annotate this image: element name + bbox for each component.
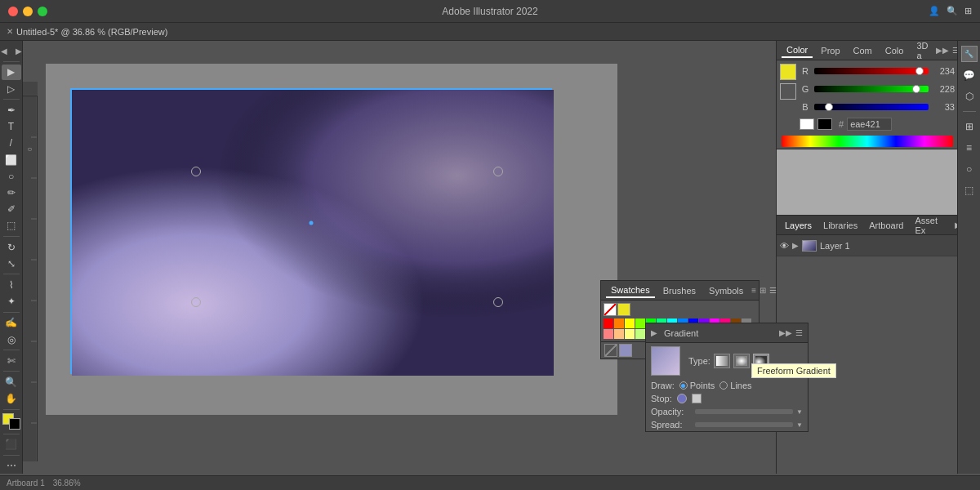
grad-point-3[interactable] xyxy=(191,297,201,307)
black-swatch[interactable] xyxy=(817,118,832,130)
swatch-lightyellow[interactable] xyxy=(625,329,635,339)
grid-icon[interactable]: ⊞ xyxy=(964,6,972,16)
spread-slider[interactable] xyxy=(695,422,793,427)
lines-radio[interactable] xyxy=(719,381,728,390)
swatch-none[interactable] xyxy=(604,303,617,316)
traffic-lights[interactable] xyxy=(8,7,47,16)
stop-opacity-square[interactable] xyxy=(692,394,702,403)
r-slider-track[interactable] xyxy=(814,68,929,74)
swatch-lightlime[interactable] xyxy=(635,329,645,339)
colo-tab[interactable]: Colo xyxy=(880,44,909,57)
b-slider-track[interactable] xyxy=(814,104,929,110)
g-slider-track[interactable] xyxy=(814,86,929,92)
hand-tool[interactable]: ✋ xyxy=(2,390,21,406)
doc-tab-label[interactable]: Untitled-5* @ 36.86 % (RGB/Preview) xyxy=(16,27,167,37)
grad-point-4[interactable] xyxy=(493,297,503,307)
minimize-button[interactable] xyxy=(23,7,33,16)
panel-expand-icon[interactable]: ▶▶ xyxy=(936,46,949,55)
layer-visibility-eye[interactable]: 👁 xyxy=(780,241,789,251)
more-tools-btn[interactable]: ⋯ xyxy=(2,458,21,474)
swatch-current[interactable] xyxy=(617,303,630,316)
grad-point-2[interactable] xyxy=(493,167,503,176)
swatch-add-btn[interactable] xyxy=(604,344,617,357)
rect-tool[interactable]: ⬜ xyxy=(2,152,21,167)
swatch-orange[interactable] xyxy=(614,318,624,328)
gradient-rect[interactable] xyxy=(70,88,552,374)
free-transform-tool[interactable]: ✦ xyxy=(2,294,21,310)
toolbar-toggle[interactable]: ◀ xyxy=(0,44,11,57)
fill-color-box[interactable] xyxy=(780,64,796,80)
points-option[interactable]: Points xyxy=(679,381,715,390)
r-slider-thumb[interactable] xyxy=(915,67,924,75)
white-swatch[interactable] xyxy=(800,118,814,130)
properties-icon[interactable]: 🔧 xyxy=(961,46,978,62)
g-slider-thumb[interactable] xyxy=(912,85,920,93)
b-slider-thumb[interactable] xyxy=(825,103,833,111)
zoom-tool[interactable]: 🔍 xyxy=(2,374,21,390)
scale-tool[interactable]: ⤡ xyxy=(2,256,21,271)
gradient-collapse-icon[interactable]: ▶ xyxy=(651,328,657,337)
opacity-slider[interactable] xyxy=(695,409,793,414)
swatch-pink[interactable] xyxy=(604,329,613,339)
warp-tool[interactable]: ⌇ xyxy=(2,277,21,292)
layer-expand-arrow[interactable]: ▶ xyxy=(792,241,799,250)
select-tool[interactable]: ▶ xyxy=(2,65,21,80)
asset-tab-btn[interactable]: Asset Ex xyxy=(910,214,953,237)
hex-input[interactable] xyxy=(847,118,892,131)
rotate-tool[interactable]: ↻ xyxy=(2,239,21,255)
close-button[interactable] xyxy=(8,7,18,16)
linear-gradient-btn[interactable] xyxy=(714,354,730,368)
spread-dropdown-arrow[interactable]: ▼ xyxy=(796,421,803,429)
line-tool[interactable]: / xyxy=(2,136,21,151)
fill-stroke-indicator[interactable] xyxy=(2,413,20,429)
swatch-gradient-preview[interactable] xyxy=(619,344,632,357)
stroke-color-box[interactable] xyxy=(780,83,796,100)
swatches-tab[interactable]: Swatches xyxy=(606,283,655,298)
toolbar-expand[interactable]: ▶ xyxy=(12,44,25,57)
panel-icon-4[interactable]: ⬚ xyxy=(961,182,978,198)
swatch-peach[interactable] xyxy=(614,329,624,339)
direct-select-tool[interactable]: ▷ xyxy=(2,81,21,96)
cube-icon[interactable]: ⬡ xyxy=(961,88,978,105)
gradient-menu-icon[interactable]: ☰ xyxy=(795,328,803,337)
lines-option[interactable]: Lines xyxy=(719,381,751,390)
type-tool[interactable]: T xyxy=(2,118,21,134)
radial-gradient-btn[interactable] xyxy=(733,354,750,368)
maximize-button[interactable] xyxy=(38,7,47,16)
comment-icon[interactable]: 💬 xyxy=(961,67,978,83)
color-spectrum[interactable] xyxy=(782,136,953,147)
grad-center-point[interactable] xyxy=(310,220,314,225)
com-tab[interactable]: Com xyxy=(849,44,877,57)
panel-icon-3[interactable]: ○ xyxy=(961,161,978,177)
panel-icon-2[interactable]: ≡ xyxy=(961,140,978,156)
pen-tool[interactable]: ✒ xyxy=(2,102,21,118)
panel-icon-1[interactable]: ⊞ xyxy=(961,118,978,135)
libraries-tab-btn[interactable]: Libraries xyxy=(818,219,862,232)
pencil-tool[interactable]: ✐ xyxy=(2,202,21,217)
grad-point-1[interactable] xyxy=(191,167,201,176)
scissors-tool[interactable]: ✄ xyxy=(2,353,21,368)
3d-tab[interactable]: 3D a xyxy=(911,39,933,62)
swatch-yellow[interactable] xyxy=(625,318,635,328)
artboard-tab-btn[interactable]: Artboard xyxy=(864,219,908,232)
blend-tool[interactable]: ◎ xyxy=(2,332,21,347)
symbols-tab[interactable]: Symbols xyxy=(704,284,748,297)
gradient-expand-icon[interactable]: ▶▶ xyxy=(779,328,792,337)
prop-tab[interactable]: Prop xyxy=(816,44,844,57)
swatches-grid-icon[interactable]: ⊞ xyxy=(760,286,766,295)
screen-mode-btn[interactable]: ⬛ xyxy=(2,437,21,452)
paintbrush-tool[interactable]: ✏ xyxy=(2,185,21,200)
layers-tab-btn[interactable]: Layers xyxy=(780,219,817,232)
points-radio[interactable] xyxy=(679,381,688,390)
doc-close-icon[interactable]: ✕ xyxy=(7,27,13,36)
swatches-list-icon[interactable]: ≡ xyxy=(751,286,756,295)
eyedropper-tool[interactable]: ✍ xyxy=(2,315,21,331)
search-icon[interactable]: 🔍 xyxy=(947,6,958,16)
opacity-dropdown-arrow[interactable]: ▼ xyxy=(796,408,803,416)
ellipse-tool[interactable]: ○ xyxy=(2,168,21,184)
color-tab[interactable]: Color xyxy=(782,43,813,58)
eraser-tool[interactable]: ⬚ xyxy=(2,218,21,234)
user-icon[interactable]: 👤 xyxy=(929,6,940,16)
swatches-menu-icon[interactable]: ☰ xyxy=(769,286,777,295)
swatch-red[interactable] xyxy=(604,318,613,328)
